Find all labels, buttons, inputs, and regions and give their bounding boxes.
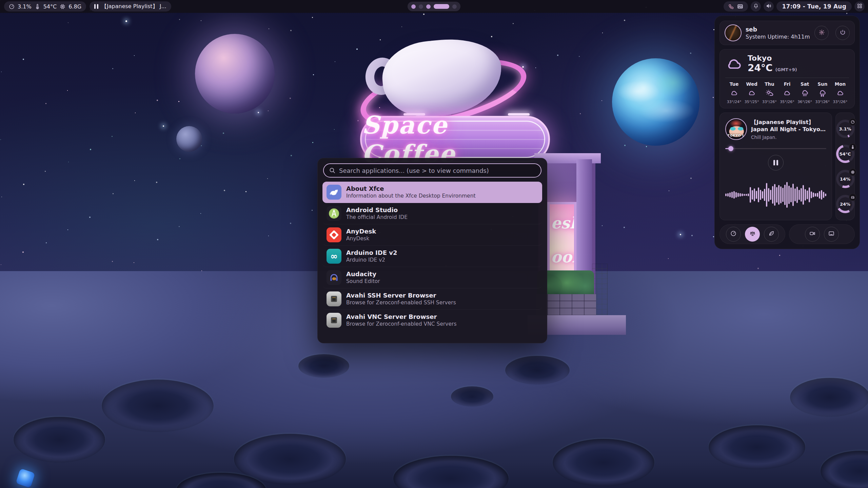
result-row-anydesk[interactable]: AnyDesk AnyDesk (322, 224, 542, 246)
network-port-icon (327, 313, 341, 328)
dashboard-button[interactable] (854, 1, 865, 12)
forecast-day: Tue 33°/24° (725, 81, 743, 104)
display-icon (828, 230, 834, 238)
seek-bar[interactable] (725, 146, 826, 151)
visualizer-bar (746, 194, 747, 196)
visualizer-bar (811, 191, 812, 198)
audacity-icon (327, 270, 341, 285)
phone-icon[interactable] (728, 4, 734, 9)
workspace-dot-4-active[interactable] (434, 4, 449, 9)
tray-pill (724, 1, 748, 12)
visualizer-bar (756, 191, 757, 199)
leaf-icon (768, 230, 774, 238)
capture-group (789, 224, 855, 244)
power-profile-group (719, 224, 785, 244)
disk-usage-gauge: 24% (836, 195, 854, 213)
weather-card: Tokyo 24°C (GMT+9) Tue 33°/24° Wed 35°/2… (719, 49, 855, 108)
notifications-button[interactable] (751, 1, 761, 12)
dashboard-grid-icon (857, 3, 863, 10)
result-row-android-studio[interactable]: Android Studio The official Android IDE (322, 203, 542, 224)
workspace-indicator (408, 2, 460, 11)
visualizer-bar (823, 192, 824, 198)
cloud-icon (730, 89, 738, 98)
wallpaper-icon[interactable] (737, 3, 743, 9)
bell-icon (753, 3, 759, 10)
visualizer-bar (750, 187, 751, 203)
play-pause-button[interactable] (768, 155, 784, 170)
visualizer-bar (794, 188, 796, 201)
visualizer-bar (744, 194, 745, 196)
forecast-day: Sun 33°/26° (814, 81, 831, 104)
result-row-avahi-vnc[interactable]: Avahi VNC Server Browser Browse for Zero… (322, 310, 542, 331)
visualizer-bar (801, 188, 802, 202)
workspace-dot-3[interactable] (426, 4, 431, 9)
scales-icon (749, 230, 756, 238)
memory-value: 6.8G (68, 3, 81, 10)
network-port-icon (327, 291, 341, 306)
system-stats-pill[interactable]: 3.1% 54°C 6.8G (4, 1, 86, 12)
search-bar[interactable] (323, 163, 541, 178)
forecast-day: Wed 35°/25° (743, 81, 761, 104)
sun-cloud-icon (765, 89, 774, 98)
screenshot-button[interactable] (824, 227, 839, 242)
visualizer-bar (770, 190, 771, 200)
chip-icon (849, 168, 856, 176)
visualizer-bar (772, 186, 773, 204)
performance-profile-button[interactable] (726, 227, 741, 242)
power-button[interactable] (835, 26, 850, 40)
thermometer-icon (849, 143, 856, 151)
application-launcher: About Xfce Information about the Xfce De… (317, 158, 547, 343)
seek-track (725, 148, 826, 149)
visualizer-bar (796, 187, 798, 203)
visualizer-bar (774, 184, 775, 206)
visualizer-bar (803, 185, 804, 205)
track-artist: Chill Japan. (751, 135, 826, 140)
result-row-arduino[interactable]: ∞ Arduino IDE v2 Arduino IDE v2 (322, 246, 542, 267)
volume-button[interactable] (764, 1, 774, 12)
screen-record-button[interactable] (805, 227, 820, 242)
visualizer-bar (748, 194, 749, 196)
clock-pill[interactable]: 17:09 - Tue, 19 Aug (776, 1, 852, 12)
cpu-usage-value: 3.1% (18, 3, 32, 10)
balanced-profile-button[interactable] (745, 227, 760, 242)
storm-icon (818, 89, 827, 98)
cloud-icon (725, 55, 743, 73)
visualizer-bar (762, 191, 763, 199)
seek-knob[interactable] (728, 146, 733, 151)
neon-word: oon (551, 248, 576, 266)
settings-button[interactable] (814, 26, 829, 40)
result-row-avahi-ssh[interactable]: Avahi SSH Server Browser Browse for Zero… (322, 288, 542, 310)
user-avatar[interactable] (725, 24, 742, 41)
result-row-audacity[interactable]: Audacity Sound Editor (322, 267, 542, 288)
cloud-icon (836, 89, 845, 98)
speaker-icon (766, 3, 772, 10)
speedometer-icon (849, 118, 856, 126)
workspace-dot-5[interactable] (452, 4, 457, 9)
username: seb (746, 26, 810, 33)
neon-word: esh (551, 214, 576, 232)
weather-forecast: Tue 33°/24° Wed 35°/25° Thu 33°/26° Fri … (725, 81, 849, 104)
anydesk-icon (327, 227, 341, 242)
cloud-icon (747, 89, 756, 98)
pause-icon (94, 4, 98, 9)
visualizer-bar (731, 192, 733, 198)
control-center-panel: seb System Uptime: 4h11m Tokyo 24°C (GMT… (714, 16, 860, 249)
search-input[interactable] (339, 167, 536, 174)
track-title: 【Japanese Playlist】 Japan All Night - To… (751, 119, 826, 133)
video-camera-icon (809, 230, 815, 238)
visualizer-bar (825, 194, 826, 196)
workspace-dot-2[interactable] (419, 4, 423, 9)
visualizer-bar (813, 192, 814, 197)
visualizer-bar (766, 183, 767, 207)
result-row-about-xfce[interactable]: About Xfce Information about the Xfce De… (322, 182, 542, 203)
visualizer-bar (768, 188, 769, 202)
visualizer-bar (735, 192, 737, 198)
powersave-profile-button[interactable] (764, 227, 779, 242)
workspace-dot-1[interactable] (411, 4, 416, 9)
visualizer-bar (737, 193, 739, 197)
memory-gauge: 14% (836, 170, 854, 188)
now-playing-pill[interactable]: 【Japanese Playlist】 J... (90, 1, 171, 12)
visualizer-bar (776, 187, 777, 203)
search-icon (329, 167, 336, 174)
uptime-label: System Uptime: 4h11m (746, 34, 810, 40)
